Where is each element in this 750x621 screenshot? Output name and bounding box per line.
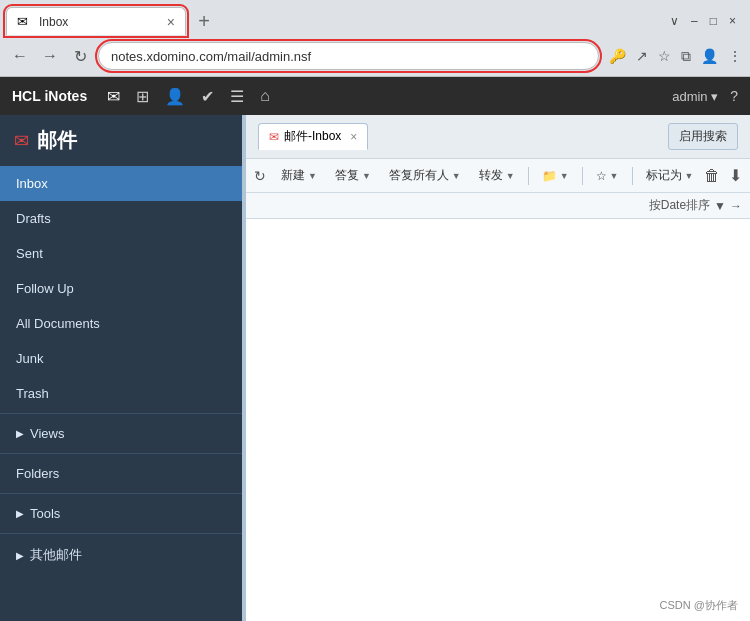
restore-btn[interactable]: □ bbox=[710, 14, 717, 28]
tools-expand-icon: ▶ bbox=[16, 508, 24, 519]
star-icon: ☆ bbox=[596, 169, 607, 183]
address-bar-row: ← → ↻ 🔑 ↗ ☆ ⧉ 👤 ⋮ bbox=[0, 36, 750, 76]
label-btn[interactable]: 标记为 ▼ bbox=[639, 164, 701, 187]
sidebar-item-all-documents[interactable]: All Documents bbox=[0, 306, 242, 341]
sidebar-section-tools[interactable]: ▶ Tools bbox=[0, 496, 242, 531]
toolbar-divider-1 bbox=[528, 167, 529, 185]
refresh-nav-btn[interactable]: ↻ bbox=[68, 44, 92, 68]
main-layout: ✉ 邮件 Inbox Drafts Sent Follow Up All Doc… bbox=[0, 115, 750, 621]
sidebar-item-inbox[interactable]: Inbox bbox=[0, 166, 242, 201]
star-arrow-icon: ▼ bbox=[610, 171, 619, 181]
new-label: 新建 bbox=[281, 167, 305, 184]
folder-arrow-icon: ▼ bbox=[560, 171, 569, 181]
sidebar-item-drafts[interactable]: Drafts bbox=[0, 201, 242, 236]
forward-arrow-icon: ▼ bbox=[506, 171, 515, 181]
reply-arrow-icon: ▼ bbox=[362, 171, 371, 181]
sidebar-item-followup[interactable]: Follow Up bbox=[0, 271, 242, 306]
reply-label: 答复 bbox=[335, 167, 359, 184]
sidebar-section-views[interactable]: ▶ Views bbox=[0, 416, 242, 451]
forward-label: 转发 bbox=[479, 167, 503, 184]
sidebar-item-trash[interactable]: Trash bbox=[0, 376, 242, 411]
notebook-nav-icon[interactable]: ☰ bbox=[230, 87, 244, 106]
sidebar-divider-4 bbox=[0, 533, 242, 534]
tab-favicon: ✉ bbox=[17, 14, 33, 30]
sidebar-item-sent[interactable]: Sent bbox=[0, 236, 242, 271]
sort-label: 按Date排序 bbox=[649, 197, 710, 214]
tab-strip: ✉ 邮件-Inbox × bbox=[258, 123, 368, 150]
delete-btn[interactable]: 🗑 bbox=[704, 167, 720, 185]
reply-btn[interactable]: 答复 ▼ bbox=[328, 164, 378, 187]
tools-label: Tools bbox=[30, 506, 60, 521]
toolbar-divider-2 bbox=[582, 167, 583, 185]
tab-bar: ✉ Inbox × + ∨ – □ × bbox=[0, 0, 750, 36]
sidebar-divider-3 bbox=[0, 493, 242, 494]
user-profile-icon[interactable]: 👤 bbox=[701, 48, 718, 64]
split-icon[interactable]: ⧉ bbox=[681, 48, 691, 65]
tab-title: Inbox bbox=[39, 15, 159, 29]
home-nav-icon[interactable]: ⌂ bbox=[260, 87, 270, 105]
key-icon[interactable]: 🔑 bbox=[609, 48, 626, 64]
other-mail-expand-icon: ▶ bbox=[16, 550, 24, 561]
sidebar-item-folders[interactable]: Folders bbox=[0, 456, 242, 491]
folder-btn[interactable]: 📁 ▼ bbox=[535, 166, 576, 186]
label-text: 标记为 bbox=[646, 167, 682, 184]
folder-icon: 📁 bbox=[542, 169, 557, 183]
sidebar-item-junk[interactable]: Junk bbox=[0, 341, 242, 376]
sidebar-title: 邮件 bbox=[37, 127, 77, 154]
sidebar-divider-2 bbox=[0, 453, 242, 454]
content-tab-close-btn[interactable]: × bbox=[350, 130, 357, 144]
minimize-btn[interactable]: – bbox=[691, 14, 698, 28]
app-logo: HCL iNotes bbox=[12, 88, 87, 104]
views-label: Views bbox=[30, 426, 64, 441]
browser-chrome: ✉ Inbox × + ∨ – □ × ← → ↻ 🔑 ↗ ☆ ⧉ 👤 ⋮ bbox=[0, 0, 750, 77]
bookmark-icon[interactable]: ☆ bbox=[658, 48, 671, 64]
toolbar-more-btn[interactable]: ⬇ bbox=[729, 166, 742, 185]
app-nav-icons: ✉ ⊞ 👤 ✔ ☰ ⌂ bbox=[107, 87, 672, 106]
new-btn[interactable]: 新建 ▼ bbox=[274, 164, 324, 187]
search-button[interactable]: 启用搜索 bbox=[668, 123, 738, 150]
new-tab-btn[interactable]: + bbox=[190, 7, 218, 35]
sidebar-divider-1 bbox=[0, 413, 242, 414]
sidebar-section-other-mail[interactable]: ▶ 其他邮件 bbox=[0, 536, 242, 574]
forward-btn[interactable]: 转发 ▼ bbox=[472, 164, 522, 187]
sort-direction-icon[interactable]: ▼ bbox=[714, 199, 726, 213]
content-tab-inbox[interactable]: ✉ 邮件-Inbox × bbox=[258, 123, 368, 150]
close-btn[interactable]: × bbox=[729, 14, 736, 28]
content-area: ✉ 邮件-Inbox × 启用搜索 ↻ 新建 ▼ 答复 ▼ 答复所有人 ▼ bbox=[246, 115, 750, 621]
reply-all-label: 答复所有人 bbox=[389, 167, 449, 184]
star-btn[interactable]: ☆ ▼ bbox=[589, 166, 626, 186]
toolbar: ↻ 新建 ▼ 答复 ▼ 答复所有人 ▼ 转发 ▼ 📁 ▼ bbox=[246, 159, 750, 193]
address-input[interactable] bbox=[98, 42, 599, 70]
label-arrow-icon: ▼ bbox=[685, 171, 694, 181]
tasks-nav-icon[interactable]: ✔ bbox=[201, 87, 214, 106]
share-icon[interactable]: ↗ bbox=[636, 48, 648, 64]
calendar-nav-icon[interactable]: ⊞ bbox=[136, 87, 149, 106]
toolbar-divider-3 bbox=[632, 167, 633, 185]
refresh-btn[interactable]: ↻ bbox=[254, 168, 266, 184]
more-options-icon[interactable]: ⋮ bbox=[728, 48, 742, 64]
sidebar-header: ✉ 邮件 bbox=[0, 115, 242, 166]
app-toolbar: HCL iNotes ✉ ⊞ 👤 ✔ ☰ ⌂ admin ▾ ? bbox=[0, 77, 750, 115]
reply-all-btn[interactable]: 答复所有人 ▼ bbox=[382, 164, 468, 187]
sort-next-icon[interactable]: → bbox=[730, 199, 742, 213]
tab-close-btn[interactable]: × bbox=[167, 15, 175, 29]
forward-btn[interactable]: → bbox=[38, 44, 62, 68]
back-btn[interactable]: ← bbox=[8, 44, 32, 68]
sidebar-mail-icon: ✉ bbox=[14, 130, 29, 152]
chevron-btn[interactable]: ∨ bbox=[670, 14, 679, 28]
sidebar: ✉ 邮件 Inbox Drafts Sent Follow Up All Doc… bbox=[0, 115, 242, 621]
help-btn[interactable]: ? bbox=[730, 88, 738, 104]
contacts-nav-icon[interactable]: 👤 bbox=[165, 87, 185, 106]
watermark: CSDN @协作者 bbox=[660, 598, 738, 613]
browser-tab[interactable]: ✉ Inbox × bbox=[6, 7, 186, 35]
sort-bar: 按Date排序 ▼ → bbox=[246, 193, 750, 219]
content-header: ✉ 邮件-Inbox × 启用搜索 bbox=[246, 115, 750, 159]
views-expand-icon: ▶ bbox=[16, 428, 24, 439]
email-list bbox=[246, 219, 750, 621]
reply-all-arrow-icon: ▼ bbox=[452, 171, 461, 181]
window-controls: ∨ – □ × bbox=[670, 14, 744, 28]
mail-nav-icon[interactable]: ✉ bbox=[107, 87, 120, 106]
content-tab-icon: ✉ bbox=[269, 130, 279, 144]
content-tab-label: 邮件-Inbox bbox=[284, 128, 341, 145]
user-menu[interactable]: admin ▾ bbox=[672, 89, 718, 104]
